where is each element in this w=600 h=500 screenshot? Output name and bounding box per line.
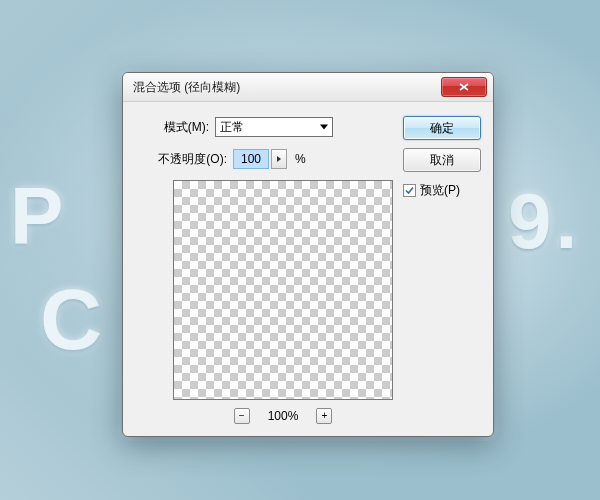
zoom-level: 100% (268, 409, 299, 423)
bg-decor-text: P (10, 170, 67, 262)
bg-decor-text: C (40, 270, 106, 369)
bg-decor-text: 9. (508, 176, 581, 267)
zoom-out-button[interactable]: − (234, 408, 250, 424)
minus-icon: − (239, 411, 245, 421)
opacity-label: 不透明度(O): (135, 151, 227, 168)
preview-canvas[interactable] (173, 180, 393, 400)
mode-value: 正常 (220, 119, 244, 136)
zoom-in-button[interactable]: + (316, 408, 332, 424)
preview-checkbox[interactable] (403, 184, 416, 197)
chevron-down-icon (320, 125, 328, 130)
dialog-title: 混合选项 (径向模糊) (133, 79, 441, 96)
mode-label: 模式(M): (135, 119, 209, 136)
ok-button-label: 确定 (430, 120, 454, 137)
plus-icon: + (321, 411, 327, 421)
blend-options-dialog: 混合选项 (径向模糊) 模式(M): 正常 不透明度(O): % (122, 72, 494, 437)
percent-label: % (295, 152, 306, 166)
close-button[interactable] (441, 77, 487, 97)
ok-button[interactable]: 确定 (403, 116, 481, 140)
opacity-flyout-button[interactable] (271, 149, 287, 169)
preview-checkbox-label: 预览(P) (420, 182, 460, 199)
check-icon (405, 186, 414, 195)
mode-combobox[interactable]: 正常 (215, 117, 333, 137)
triangle-right-icon (277, 156, 281, 162)
titlebar[interactable]: 混合选项 (径向模糊) (123, 73, 493, 102)
close-icon (459, 83, 469, 91)
cancel-button[interactable]: 取消 (403, 148, 481, 172)
opacity-input[interactable] (233, 149, 269, 169)
cancel-button-label: 取消 (430, 152, 454, 169)
